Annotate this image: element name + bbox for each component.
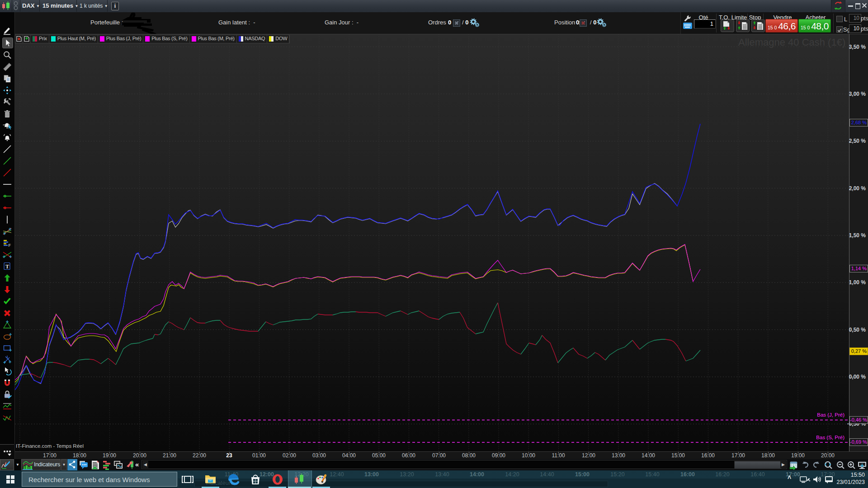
svg-text:F: F — [9, 243, 11, 248]
svg-text:T: T — [5, 263, 9, 270]
